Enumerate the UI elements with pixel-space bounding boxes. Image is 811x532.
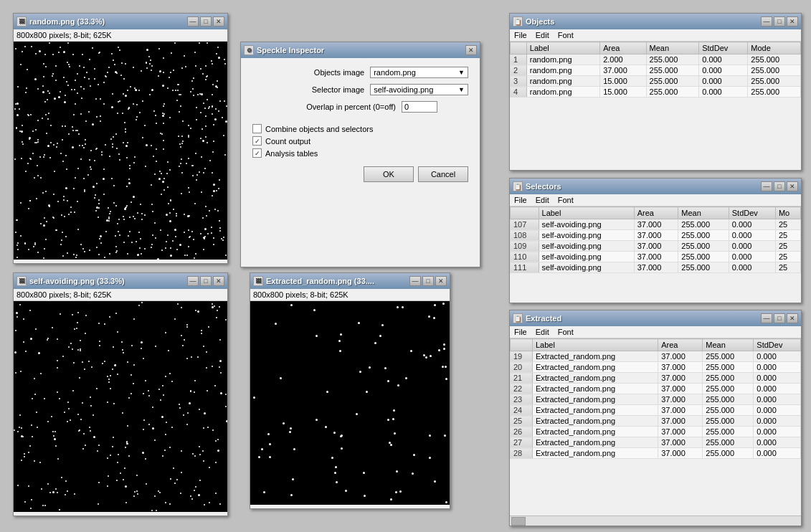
- image-dot: [112, 369, 113, 370]
- objects-minimize[interactable]: —: [761, 16, 772, 27]
- extracted-menu-font[interactable]: Font: [558, 328, 574, 336]
- image-dot: [127, 142, 128, 143]
- image-dot: [98, 254, 100, 255]
- selectors-menu-file[interactable]: File: [514, 196, 527, 204]
- image-dot: [45, 66, 47, 67]
- image-dot: [174, 229, 176, 231]
- table-cell-stddev: 0.000: [729, 252, 775, 262]
- extracted-table-container[interactable]: Label Area Mean StdDev 19Extracted_rando…: [510, 338, 801, 516]
- image-dot: [152, 427, 154, 429]
- analysis-checkbox[interactable]: ✓: [252, 148, 262, 158]
- random-image-maximize[interactable]: □: [200, 16, 212, 27]
- extracted-image-close[interactable]: ✕: [435, 276, 447, 286]
- extracted-image-minimize[interactable]: —: [409, 276, 421, 286]
- extracted-maximize[interactable]: □: [774, 313, 785, 323]
- image-dot: [52, 327, 53, 328]
- image-dot: [56, 146, 57, 148]
- objects-col-mode: Mode: [748, 42, 801, 54]
- speckle-inspector-close[interactable]: ✕: [465, 45, 477, 55]
- image-dot: [186, 358, 188, 359]
- image-dot: [141, 213, 143, 214]
- image-dot: [196, 119, 197, 120]
- image-dot: [156, 123, 157, 124]
- selectors-menu-font[interactable]: Font: [558, 196, 574, 204]
- cancel-button[interactable]: Cancel: [418, 166, 468, 182]
- image-dot: [53, 217, 54, 219]
- image-dot: [176, 213, 177, 214]
- image-dot: [108, 475, 109, 477]
- image-dot: [120, 75, 122, 76]
- image-dot: [32, 153, 34, 154]
- image-dot: [212, 84, 214, 85]
- image-dot: [76, 328, 77, 329]
- ok-button[interactable]: OK: [364, 166, 414, 182]
- extracted-close[interactable]: ✕: [787, 313, 798, 323]
- combine-checkbox[interactable]: [252, 124, 262, 133]
- self-avoiding-image-window: 🖼 self-avoiding.png (33.3%) — □ ✕ 800x80…: [13, 272, 228, 516]
- objects-image-select[interactable]: random.png ▼: [370, 67, 468, 78]
- objects-close[interactable]: ✕: [787, 16, 798, 27]
- image-dot: [339, 350, 341, 352]
- selectors-table-container[interactable]: Label Area Mean StdDev Mo 107self-avoidi…: [510, 206, 801, 303]
- objects-menu-file[interactable]: File: [514, 31, 527, 39]
- objects-menu-font[interactable]: Font: [558, 31, 574, 39]
- image-dot: [217, 80, 218, 82]
- image-dot: [163, 72, 164, 73]
- image-dot: [21, 427, 22, 429]
- random-image-minimize[interactable]: —: [187, 16, 199, 27]
- image-dot: [214, 209, 216, 210]
- image-dot: [179, 166, 180, 167]
- image-dot: [223, 135, 224, 136]
- extracted-scrollbar-h[interactable]: [510, 516, 801, 526]
- selectors-menu-edit[interactable]: Edit: [536, 196, 549, 204]
- image-dot: [47, 339, 48, 341]
- objects-table-container[interactable]: Label Area Mean StdDev Mode 1random.png2…: [510, 42, 801, 170]
- image-dot: [137, 212, 138, 214]
- table-cell-area: 37.000: [658, 373, 703, 384]
- self-avoiding-minimize[interactable]: —: [187, 276, 199, 286]
- self-avoiding-close[interactable]: ✕: [213, 276, 224, 286]
- objects-maximize[interactable]: □: [774, 16, 785, 27]
- image-dot: [94, 68, 95, 70]
- selectors-minimize[interactable]: —: [761, 181, 772, 191]
- image-dot: [215, 108, 217, 110]
- image-dot: [170, 72, 171, 73]
- image-dot: [157, 258, 159, 260]
- table-cell-stddev: 0.000: [754, 427, 801, 437]
- image-dot: [144, 214, 146, 216]
- extracted-menu-edit[interactable]: Edit: [536, 328, 549, 336]
- image-dot: [52, 491, 54, 493]
- image-dot: [110, 388, 111, 389]
- image-dot: [172, 240, 174, 242]
- image-dot: [55, 229, 57, 231]
- overlap-input[interactable]: [402, 101, 437, 113]
- count-checkbox[interactable]: ✓: [252, 136, 262, 146]
- selectors-close[interactable]: ✕: [787, 181, 798, 191]
- extracted-image-maximize[interactable]: □: [422, 276, 434, 286]
- image-dot: [184, 339, 185, 341]
- extracted-minimize[interactable]: —: [761, 313, 772, 323]
- image-dot: [108, 207, 109, 209]
- image-dot: [96, 183, 98, 184]
- selectors-maximize[interactable]: □: [774, 181, 785, 191]
- image-dot: [162, 385, 163, 386]
- extracted-menu-file[interactable]: File: [514, 328, 527, 336]
- image-dot: [14, 108, 16, 110]
- image-dot: [182, 345, 184, 346]
- image-dot: [384, 367, 386, 369]
- image-dot: [125, 145, 128, 147]
- image-dot: [77, 349, 79, 351]
- random-image-close[interactable]: ✕: [213, 16, 224, 27]
- image-dot: [84, 251, 85, 252]
- image-dot: [393, 409, 395, 412]
- objects-menu-edit[interactable]: Edit: [536, 31, 549, 39]
- extracted-scroll-thumb[interactable]: [511, 517, 526, 526]
- table-cell-mode: 25: [775, 219, 800, 230]
- self-avoiding-maximize[interactable]: □: [200, 276, 212, 286]
- image-dot: [93, 436, 95, 438]
- image-dot: [59, 509, 60, 510]
- selector-image-select[interactable]: self-avoiding.png ▼: [370, 84, 468, 95]
- image-dot: [429, 434, 431, 437]
- image-dot: [107, 457, 108, 459]
- image-dot: [29, 445, 31, 447]
